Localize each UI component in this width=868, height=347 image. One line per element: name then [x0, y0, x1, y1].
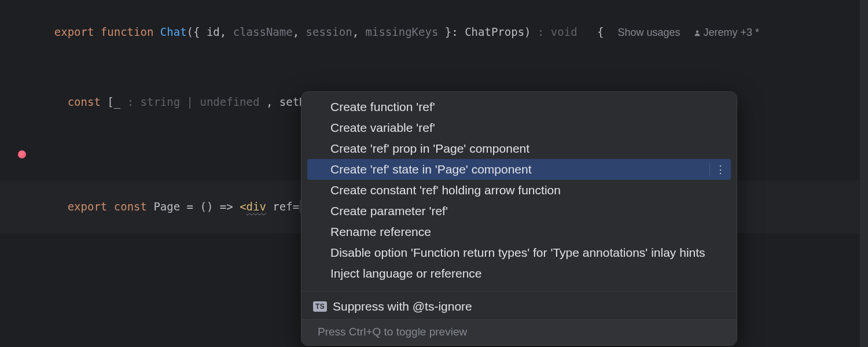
- identifier: Page: [153, 200, 180, 213]
- ts-icon: TS: [313, 301, 327, 312]
- intention-item[interactable]: Create 'ref' state in 'Page' component⋮: [307, 159, 731, 180]
- divider: [301, 291, 737, 291]
- intention-item[interactable]: Create constant 'ref' holding arrow func…: [301, 180, 737, 201]
- blank-line[interactable]: [0, 58, 868, 76]
- intention-item[interactable]: Create function 'ref': [301, 97, 737, 117]
- type: ChatProps: [465, 25, 524, 38]
- jsx-tag: div: [247, 200, 266, 213]
- more-options-icon[interactable]: ⋮: [709, 163, 726, 176]
- intention-bulb-icon[interactable]: [17, 150, 27, 159]
- editor-scrollbar[interactable]: [859, 0, 868, 347]
- suppress-label: Suppress with @ts-ignore: [333, 300, 472, 313]
- keyword: function: [101, 25, 154, 38]
- keyword: const: [68, 95, 101, 108]
- svg-point-0: [696, 31, 699, 34]
- intention-item[interactable]: Create variable 'ref': [301, 117, 737, 138]
- show-usages-link[interactable]: Show usages: [617, 27, 680, 38]
- person-icon: [694, 29, 701, 36]
- param: session: [306, 25, 352, 38]
- author-annotation[interactable]: Jeremy +3 *: [694, 27, 759, 38]
- popup-footer-hint: Press Ctrl+Q to toggle preview: [301, 319, 737, 345]
- punct: ({: [187, 25, 207, 38]
- return-type-hint: : void: [531, 25, 584, 38]
- intention-item[interactable]: Create 'ref' prop in 'Page' component: [301, 138, 737, 159]
- intention-list: Create function 'ref'Create variable 're…: [301, 92, 737, 287]
- intention-item[interactable]: Inject language or reference: [301, 263, 737, 284]
- function-name: Chat: [160, 25, 187, 38]
- param: id: [207, 25, 220, 38]
- param: className: [233, 25, 293, 38]
- param: missingKeys: [366, 25, 439, 38]
- code-line[interactable]: export function Chat({ id, className, se…: [0, 6, 868, 58]
- suppress-with-ts-ignore[interactable]: TS Suppress with @ts-ignore: [301, 295, 737, 319]
- intention-item[interactable]: Create parameter 'ref': [301, 201, 737, 222]
- type-hint: : string | undefined: [120, 95, 266, 108]
- keyword: export: [54, 25, 94, 38]
- intention-item[interactable]: Rename reference: [301, 222, 737, 242]
- intention-item[interactable]: Disable option 'Function return types' f…: [301, 242, 737, 263]
- intention-actions-popup: Create function 'ref'Create variable 're…: [301, 91, 737, 346]
